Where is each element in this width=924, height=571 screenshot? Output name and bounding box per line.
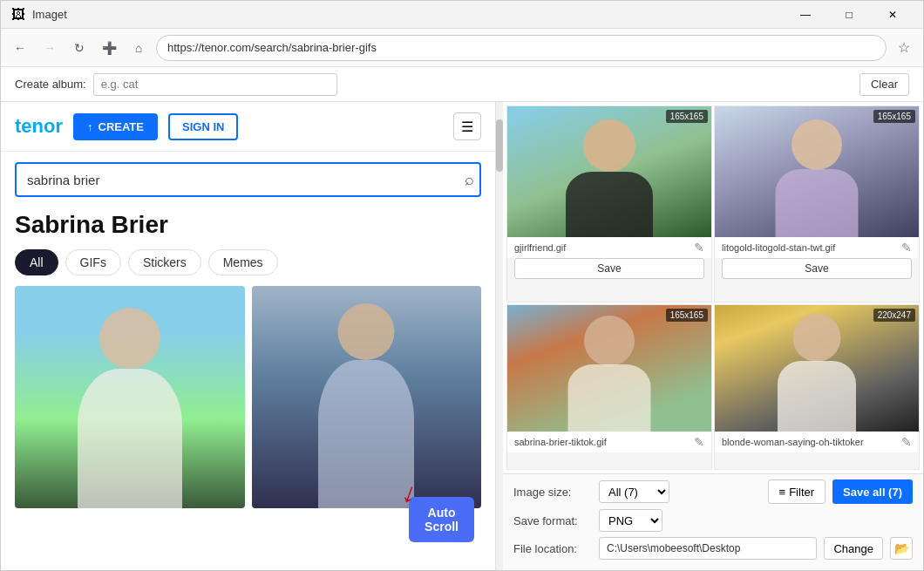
- upload-icon: ↑: [87, 120, 93, 133]
- signin-button[interactable]: SIGN IN: [168, 113, 238, 140]
- bottom-controls: Image size: All (7) Small Medium Large ≡…: [503, 473, 923, 570]
- menu-button[interactable]: ☰: [453, 112, 481, 140]
- image-size-badge: 165x165: [666, 309, 708, 322]
- filter-tabs: All GIFs Stickers Memes: [1, 249, 495, 286]
- tab-stickers[interactable]: Stickers: [128, 249, 201, 275]
- folder-button[interactable]: 📂: [890, 537, 913, 560]
- image-size-select[interactable]: All (7) Small Medium Large: [599, 480, 669, 503]
- change-button[interactable]: Change: [824, 537, 883, 560]
- search-input[interactable]: [15, 162, 481, 197]
- tab-gifs[interactable]: GIFs: [65, 249, 121, 275]
- close-button[interactable]: ✕: [873, 1, 913, 29]
- clear-button[interactable]: Clear: [859, 73, 909, 96]
- image-filename: gjirlfriend.gif: [514, 242, 694, 253]
- create-button[interactable]: ↑ CREATE: [73, 113, 158, 140]
- image-card: 165x165 litogold-litogold-stan-twt.gif ✎…: [714, 105, 920, 302]
- images-grid: 165x165 gjirlfriend.gif ✎ Save: [503, 102, 923, 473]
- folder-icon: 📂: [894, 541, 909, 555]
- scrollbar[interactable]: [496, 102, 503, 570]
- edit-icon[interactable]: ✎: [901, 241, 912, 255]
- edit-icon[interactable]: ✎: [694, 241, 704, 255]
- minimize-button[interactable]: —: [785, 1, 825, 29]
- filter-button[interactable]: ≡ Filter: [768, 479, 825, 504]
- bookmark-button[interactable]: ☆: [892, 36, 916, 60]
- image-filename: blonde-woman-saying-oh-tiktoker: [722, 437, 901, 447]
- image-size-badge: 165x165: [873, 110, 915, 123]
- edit-icon[interactable]: ✎: [694, 435, 704, 449]
- save-button[interactable]: Save: [722, 258, 912, 279]
- search-button[interactable]: ⌕: [465, 171, 474, 189]
- forward-button[interactable]: →: [37, 36, 62, 60]
- app-icon: 🖼: [11, 7, 25, 23]
- search-icon: ⌕: [465, 171, 474, 188]
- save-all-button[interactable]: Save all (7): [832, 479, 913, 504]
- back-button[interactable]: ←: [8, 36, 32, 60]
- image-size-badge: 165x165: [666, 110, 708, 123]
- new-tab-button[interactable]: ➕: [97, 36, 121, 60]
- image-size-badge: 220x247: [873, 309, 915, 322]
- image-card: 220x247 blonde-woman-saying-oh-tiktoker …: [714, 304, 920, 471]
- filter-icon: ≡: [779, 486, 786, 499]
- maximize-button[interactable]: □: [829, 1, 869, 29]
- edit-icon[interactable]: ✎: [901, 435, 912, 449]
- page-title: Sabrina Brier: [1, 207, 495, 249]
- tenor-logo: tenor: [15, 115, 63, 138]
- album-input[interactable]: [93, 73, 337, 96]
- app-title: Imaget: [32, 8, 67, 21]
- tab-memes[interactable]: Memes: [208, 249, 278, 275]
- gif-item[interactable]: [15, 286, 245, 508]
- file-location-input[interactable]: [599, 537, 817, 560]
- save-format-select[interactable]: PNG JPG GIF WEBP: [599, 509, 662, 532]
- hamburger-icon: ☰: [461, 119, 473, 135]
- auto-scroll-button[interactable]: Auto Scroll: [409, 497, 474, 542]
- gif-item[interactable]: [252, 286, 482, 508]
- address-bar[interactable]: [156, 35, 887, 61]
- home-button[interactable]: ⌂: [126, 36, 151, 60]
- file-location-label: File location:: [513, 542, 592, 555]
- save-format-label: Save format:: [513, 514, 592, 527]
- image-card: 165x165 gjirlfriend.gif ✎ Save: [506, 105, 712, 302]
- album-label: Create album:: [15, 78, 86, 91]
- image-size-label: Image size:: [513, 486, 592, 499]
- image-filename: litogold-litogold-stan-twt.gif: [722, 242, 901, 253]
- save-button[interactable]: Save: [514, 258, 704, 279]
- image-filename: sabrina-brier-tiktok.gif: [514, 437, 694, 447]
- image-card: 165x165 sabrina-brier-tiktok.gif ✎: [506, 304, 712, 471]
- tab-all[interactable]: All: [15, 249, 58, 275]
- reload-button[interactable]: ↻: [67, 36, 92, 60]
